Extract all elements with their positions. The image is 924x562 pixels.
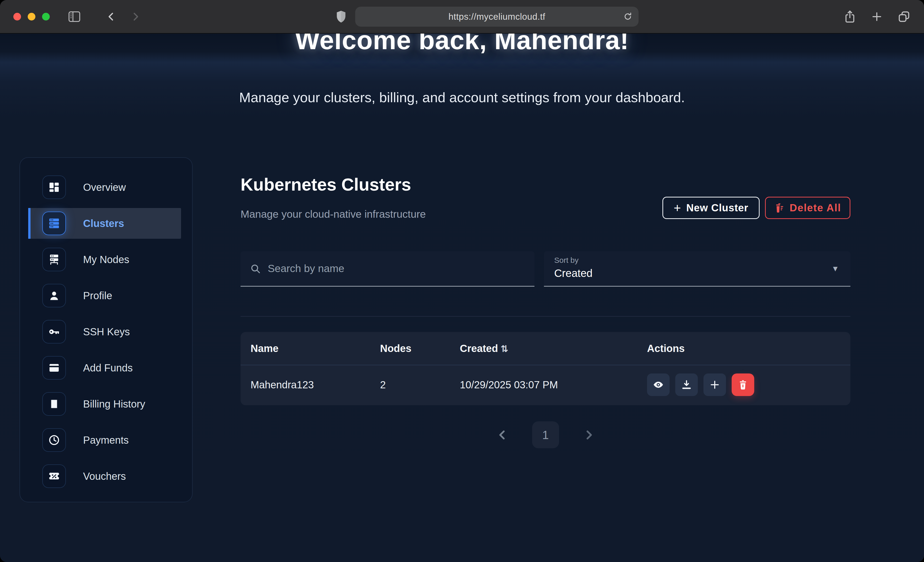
key-icon: [42, 320, 66, 344]
person-icon: [42, 284, 66, 307]
search-input[interactable]: [268, 263, 525, 275]
previous-page-icon[interactable]: [496, 428, 509, 442]
plus-icon: [709, 379, 720, 390]
sidebar-item-my-nodes[interactable]: My Nodes: [28, 244, 181, 275]
sidebar-item-label: Add Funds: [83, 362, 133, 374]
share-icon[interactable]: [843, 10, 856, 24]
search-icon: [250, 263, 261, 274]
table-row: Mahendra123 2 10/29/2025 03:07 PM: [240, 365, 850, 404]
sidebar-item-add-funds[interactable]: Add Funds: [28, 353, 181, 383]
sidebar-item-label: SSH Keys: [83, 326, 130, 338]
sidebar-item-label: Payments: [83, 435, 129, 446]
trash-icon: [774, 202, 784, 214]
pagination: 1: [240, 422, 850, 448]
sidebar-item-profile[interactable]: Profile: [28, 280, 181, 311]
browser-titlebar: https://myceliumcloud.tf: [0, 0, 924, 34]
sidebar-item-label: Profile: [83, 290, 112, 302]
reload-icon[interactable]: [622, 12, 633, 22]
dashboard-page: Welcome back, Mahendra! Manage your clus…: [0, 34, 924, 562]
header-created-label: Created: [460, 343, 498, 354]
url-text: https://myceliumcloud.tf: [448, 12, 546, 22]
address-bar[interactable]: https://myceliumcloud.tf: [355, 7, 639, 27]
delete-all-button[interactable]: Delete All: [765, 197, 850, 219]
chevron-down-icon: ▼: [831, 265, 839, 273]
content-divider: [240, 316, 850, 317]
card-icon: [42, 356, 66, 380]
cell-node-count: 2: [380, 379, 386, 391]
forward-icon[interactable]: [130, 11, 141, 22]
browser-window: https://myceliumcloud.tf: [0, 0, 924, 562]
new-cluster-label: New Cluster: [686, 202, 748, 214]
sidebar-item-label: Billing History: [83, 398, 145, 410]
sidebar-nav: Overview Clusters: [20, 157, 193, 502]
minimize-window-button[interactable]: [28, 13, 35, 21]
cell-cluster-name: Mahendra123: [250, 379, 314, 391]
search-box: [240, 251, 534, 287]
sidebar-item-clusters[interactable]: Clusters: [28, 208, 181, 239]
sort-arrows-icon: ⇅: [501, 344, 508, 354]
node-rack-icon: [42, 248, 66, 271]
page-title: Kubernetes Clusters: [240, 175, 411, 194]
table-header-row: Name Nodes Created⇅ Actions: [240, 332, 850, 365]
tab-overview-icon[interactable]: [897, 10, 910, 24]
sidebar-item-label: Vouchers: [83, 471, 126, 482]
sidebar-item-overview[interactable]: Overview: [28, 172, 181, 203]
clock-icon: [42, 428, 66, 452]
servers-icon: [42, 212, 66, 235]
back-icon[interactable]: [106, 11, 117, 22]
sort-dropdown[interactable]: Sort by Created ▼: [544, 251, 850, 287]
sidebar-item-ssh-keys[interactable]: SSH Keys: [28, 316, 181, 347]
download-icon: [681, 379, 692, 390]
sidebar-item-payments[interactable]: Payments: [28, 425, 181, 456]
current-page-number[interactable]: 1: [532, 422, 559, 448]
receipt-icon: [42, 392, 66, 416]
sidebar-toggle-icon[interactable]: [68, 11, 81, 22]
sort-value: Created: [554, 267, 840, 280]
sort-by-label: Sort by: [554, 256, 840, 265]
view-cluster-button[interactable]: [647, 374, 670, 396]
header-name: Name: [250, 343, 279, 354]
header-created-sortable[interactable]: Created⇅: [460, 343, 508, 354]
header-actions: Actions: [647, 343, 685, 354]
privacy-shield-icon[interactable]: [336, 10, 346, 23]
next-page-icon[interactable]: [582, 428, 596, 442]
clusters-table: Name Nodes Created⇅ Actions Mahendra123 …: [240, 332, 850, 405]
row-actions: [647, 374, 754, 396]
close-window-button[interactable]: [14, 13, 21, 21]
eye-icon: [652, 379, 664, 391]
dashboard-icon: [42, 175, 66, 199]
new-tab-icon[interactable]: [871, 10, 883, 24]
add-node-button[interactable]: [704, 374, 726, 396]
sidebar-item-label: My Nodes: [83, 254, 129, 265]
page-subtitle: Manage your cloud-native infrastructure: [240, 208, 426, 220]
ticket-icon: [42, 465, 66, 488]
download-kubeconfig-button[interactable]: [675, 374, 698, 396]
new-cluster-button[interactable]: + New Cluster: [662, 197, 760, 219]
sidebar-item-label: Clusters: [83, 218, 124, 229]
sidebar-item-vouchers[interactable]: Vouchers: [28, 461, 181, 492]
delete-all-label: Delete All: [790, 202, 841, 214]
traffic-lights: [14, 13, 50, 21]
cell-created-date: 10/29/2025 03:07 PM: [460, 379, 558, 391]
sidebar-item-billing-history[interactable]: Billing History: [28, 389, 181, 419]
sidebar-item-label: Overview: [83, 182, 126, 193]
delete-cluster-button[interactable]: [732, 374, 754, 396]
trash-icon: [738, 379, 748, 391]
clusters-main: Kubernetes Clusters Manage your cloud-na…: [240, 34, 850, 562]
header-nodes: Nodes: [380, 343, 411, 354]
zoom-window-button[interactable]: [42, 13, 50, 21]
